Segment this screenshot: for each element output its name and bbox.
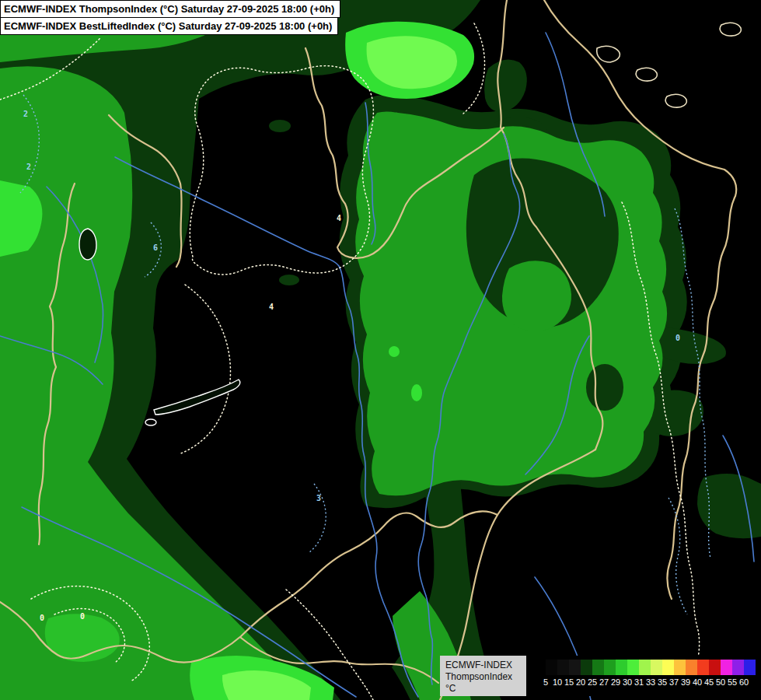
- legend-tick: 55: [728, 677, 737, 687]
- legend-color-box: [604, 660, 616, 675]
- legend-tick: 37: [669, 677, 679, 687]
- legend-tick: 5: [543, 677, 548, 687]
- legend-color-box: [592, 660, 604, 675]
- bright-green-dot-2: [411, 384, 422, 401]
- legend-color-box: [662, 660, 674, 675]
- weather-map-page: 226443000 ECMWF-INDEX ThompsonIndex (°C)…: [0, 0, 761, 700]
- legend-color-box: [534, 660, 546, 675]
- legend-color-box: [651, 660, 662, 675]
- lake-neusiedl: [79, 229, 96, 260]
- legend-tick: 30: [623, 677, 632, 687]
- legend-tick: 35: [658, 677, 667, 687]
- legend-title: ECMWF-INDEX: [445, 660, 523, 671]
- title-bars: ECMWF-INDEX ThompsonIndex (°C) Saturday …: [0, 0, 340, 35]
- legend-color-box: [697, 660, 709, 675]
- lake-small-southwest: [145, 419, 156, 425]
- legend-color-box: [674, 660, 686, 675]
- legend-color-box: [627, 660, 639, 675]
- legend-unit: °C: [445, 683, 523, 695]
- legend-color-box: [569, 660, 581, 675]
- legend-tick: 10: [553, 677, 562, 687]
- map-title-best-lifted-index: ECMWF-INDEX BestLiftedIndex (°C) Saturda…: [0, 17, 338, 35]
- legend-color-box: [616, 660, 627, 675]
- legend-tick: 40: [693, 677, 702, 687]
- black-patches: [223, 115, 243, 128]
- legend-tick: 27: [599, 677, 609, 687]
- legend-color-box: [546, 660, 557, 675]
- legend-color-scale: [534, 660, 756, 675]
- legend-subtitle: ThompsonIndex: [445, 671, 523, 683]
- legend-tick: 39: [681, 677, 690, 687]
- legend-tick: 45: [704, 677, 714, 687]
- legend-tick: 20: [576, 677, 585, 687]
- legend-tick: 15: [564, 677, 574, 687]
- legend-color-box: [709, 660, 721, 675]
- legend-tick: 31: [634, 677, 644, 687]
- shading-lobe-light: [502, 261, 571, 331]
- legend-color-box: [581, 660, 592, 675]
- mid-green-lobe-patch: [502, 261, 571, 331]
- dark-green-islet-1: [269, 120, 291, 132]
- legend-tick: 29: [611, 677, 620, 687]
- dark-green-islet-2: [279, 275, 299, 285]
- legend-color-box: [639, 660, 651, 675]
- legend-color-box: [732, 660, 744, 675]
- legend-color-box: [721, 660, 732, 675]
- legend-tick: 25: [588, 677, 597, 687]
- legend-color-box: [686, 660, 697, 675]
- legend-tick: 50: [716, 677, 725, 687]
- legend-meta: ECMWF-INDEX ThompsonIndex °C: [440, 656, 526, 696]
- legend-tick: 60: [739, 677, 749, 687]
- black-islet: [223, 115, 243, 128]
- dark-green-texture-patch: [586, 364, 623, 411]
- legend-color-box: [744, 660, 756, 675]
- legend-tick-labels: 51015202527293031333537394045505560: [534, 676, 756, 689]
- legend: ECMWF-INDEX ThompsonIndex °C 51015202527…: [440, 656, 761, 696]
- legend-tick: 33: [646, 677, 655, 687]
- map-canvas: [0, 0, 761, 700]
- map-title-thompson-index: ECMWF-INDEX ThompsonIndex (°C) Saturday …: [0, 0, 340, 18]
- bright-green-dot-1: [389, 346, 400, 357]
- legend-scale: 51015202527293031333537394045505560: [526, 656, 761, 696]
- legend-color-box: [557, 660, 569, 675]
